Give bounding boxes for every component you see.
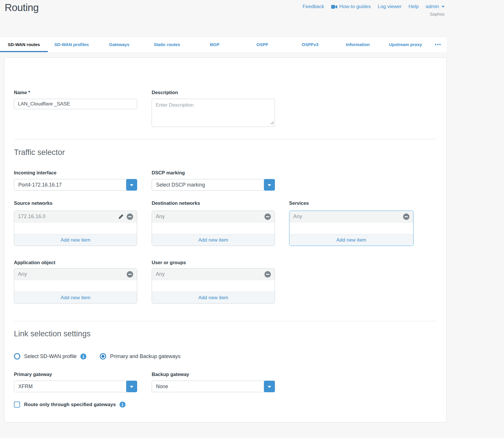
source-networks-label: Source networks	[14, 200, 137, 206]
primary-backup-radio[interactable]	[100, 353, 106, 359]
tab-ospf[interactable]: OSPF	[239, 37, 287, 52]
source-networks-empty-area	[14, 222, 137, 234]
traffic-selector-heading: Traffic selector	[14, 147, 437, 157]
dscp-marking-label: DSCP marking	[152, 170, 275, 176]
application-object-box: Any Add new item	[14, 268, 137, 304]
tab-information[interactable]: Information	[334, 37, 382, 52]
caret-down-icon	[268, 184, 271, 186]
edit-pencil-icon[interactable]	[118, 214, 124, 219]
tab-sd-wan-profiles[interactable]: SD-WAN profiles	[48, 37, 96, 52]
primary-gateway-value: XFRM	[14, 381, 137, 392]
caret-down-icon	[442, 6, 445, 8]
section-divider	[14, 139, 437, 139]
section-divider	[14, 321, 437, 321]
tab-upstream-proxy[interactable]: Upstream proxy	[382, 37, 429, 52]
info-icon[interactable]	[119, 402, 126, 408]
user-or-groups-box: Any Add new item	[152, 268, 275, 304]
incoming-interface-label: Incoming interface	[14, 170, 137, 176]
howto-guides-label: How-to guides	[339, 4, 371, 10]
video-camera-icon	[331, 5, 337, 9]
services-item-value: Any	[293, 213, 302, 220]
source-networks-item-value: 172.16.16.0	[18, 213, 46, 220]
help-label: Help	[409, 4, 419, 10]
dscp-marking-dropdown-button[interactable]	[264, 179, 275, 191]
tab-gateways[interactable]: Gateways	[95, 37, 143, 52]
caret-down-icon	[130, 184, 133, 186]
source-networks-item: 172.16.16.0	[14, 211, 137, 222]
application-object-item: Any	[14, 269, 137, 280]
dscp-marking-value: Select DSCP marking	[152, 179, 275, 190]
destination-networks-empty-area	[152, 222, 275, 234]
remove-minus-icon[interactable]	[127, 271, 133, 278]
dscp-marking-select[interactable]: Select DSCP marking	[152, 179, 275, 191]
services-add-button[interactable]: Add new item	[289, 234, 413, 246]
user-or-groups-add-button[interactable]: Add new item	[152, 292, 275, 303]
tab-bar: SD-WAN routes SD-WAN profiles Gateways S…	[0, 37, 447, 52]
incoming-interface-dropdown-button[interactable]	[126, 179, 137, 191]
route-only-checkbox[interactable]	[14, 402, 20, 408]
remove-minus-icon[interactable]	[264, 213, 271, 220]
log-viewer-label: Log viewer	[378, 4, 402, 10]
services-empty-area	[289, 222, 413, 234]
application-object-label: Application object	[14, 260, 137, 265]
log-viewer-link[interactable]: Log viewer	[378, 4, 402, 10]
tab-sd-wan-routes[interactable]: SD-WAN routes	[0, 37, 48, 52]
link-selection-heading: Link selection settings	[14, 329, 437, 339]
source-networks-add-button[interactable]: Add new item	[14, 234, 137, 246]
radio-group-primary-backup: Primary and Backup gateways	[100, 353, 180, 359]
sdwan-profile-radio-label: Select SD-WAN profile	[24, 353, 77, 359]
primary-gateway-label: Primary gateway	[14, 372, 137, 377]
application-object-item-value: Any	[18, 271, 27, 277]
primary-gateway-select[interactable]: XFRM	[14, 381, 137, 392]
user-or-groups-item: Any	[152, 269, 275, 280]
top-header: Routing Feedback How-to guides Log viewe…	[0, 0, 504, 37]
page-title: Routing	[5, 2, 39, 13]
route-only-checkbox-label: Route only through specified gateways	[24, 402, 116, 408]
remove-minus-icon[interactable]	[127, 213, 133, 220]
services-item: Any	[289, 211, 413, 222]
destination-networks-item-value: Any	[156, 213, 165, 220]
admin-label: admin	[426, 4, 439, 10]
tab-ospfv3[interactable]: OSPFv3	[286, 37, 334, 52]
user-or-groups-empty-area	[152, 280, 275, 292]
tab-static-routes[interactable]: Static routes	[143, 37, 191, 52]
backup-gateway-value: None	[152, 381, 275, 392]
sdwan-profile-radio[interactable]	[14, 353, 20, 359]
brand-text: Sophos	[430, 12, 445, 17]
remove-minus-icon[interactable]	[403, 213, 409, 220]
user-or-groups-item-value: Any	[156, 271, 165, 277]
feedback-link[interactable]: Feedback	[302, 4, 324, 10]
description-textarea[interactable]	[152, 99, 275, 127]
radio-group-sdwan-profile: Select SD-WAN profile	[14, 353, 86, 359]
application-object-empty-area	[14, 280, 137, 292]
destination-networks-add-button[interactable]: Add new item	[152, 234, 275, 246]
incoming-interface-select[interactable]: Port4-172.16.16.17	[14, 179, 137, 191]
help-link[interactable]: Help	[409, 4, 419, 10]
incoming-interface-value: Port4-172.16.16.17	[14, 179, 137, 190]
admin-menu[interactable]: admin	[426, 4, 445, 10]
tab-bgp[interactable]: BGP	[191, 37, 239, 52]
name-input[interactable]	[14, 99, 137, 109]
primary-gateway-dropdown-button[interactable]	[126, 381, 137, 392]
application-object-add-button[interactable]: Add new item	[14, 292, 137, 303]
feedback-link-label: Feedback	[302, 4, 324, 10]
services-label: Services	[289, 200, 414, 206]
source-networks-box: 172.16.16.0 Add new it	[14, 211, 137, 246]
destination-networks-box: Any Add new item	[152, 211, 275, 246]
remove-minus-icon[interactable]	[264, 271, 271, 278]
caret-down-icon	[130, 386, 133, 388]
sd-wan-route-form-panel: Name * Description Traffic selector Inco…	[4, 57, 447, 422]
user-or-groups-label: User or groups	[152, 260, 275, 265]
services-box: Any Add new item	[289, 211, 414, 246]
destination-networks-item: Any	[152, 211, 275, 222]
howto-guides-link[interactable]: How-to guides	[331, 4, 371, 10]
primary-backup-radio-label: Primary and Backup gateways	[110, 353, 180, 359]
caret-down-icon	[268, 386, 271, 388]
description-label: Description	[152, 90, 275, 95]
resize-handle-icon[interactable]	[270, 121, 274, 126]
backup-gateway-dropdown-button[interactable]	[264, 381, 275, 392]
destination-networks-label: Destination networks	[152, 200, 275, 206]
backup-gateway-select[interactable]: None	[152, 381, 275, 392]
info-icon[interactable]	[80, 353, 86, 359]
tab-overflow-ellipsis-icon[interactable]: •••	[429, 37, 447, 52]
